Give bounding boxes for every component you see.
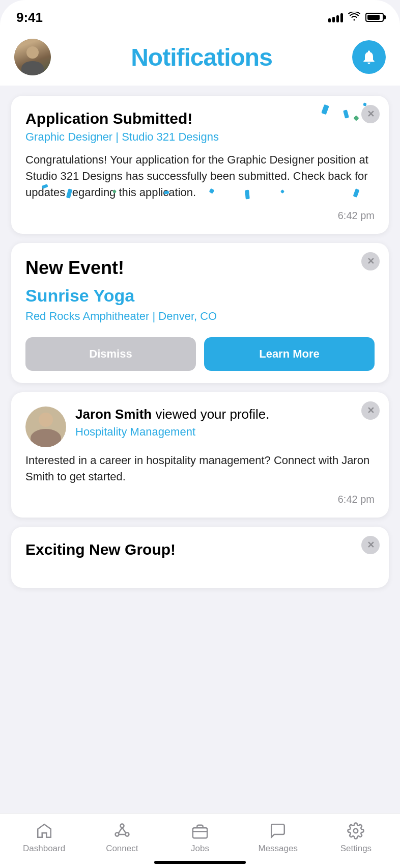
svg-point-2 — [125, 833, 129, 836]
notification-bell-button[interactable] — [352, 40, 386, 74]
status-bar: 9:41 — [0, 0, 400, 31]
learn-more-button[interactable]: Learn More — [204, 337, 375, 371]
status-time: 9:41 — [16, 10, 43, 25]
person-avatar — [25, 406, 66, 447]
bottom-navigation: Dashboard Connect — [0, 813, 400, 868]
exciting-group-card: ✕ Exciting New Group! — [11, 527, 389, 588]
exciting-group-title: Exciting New Group! — [25, 541, 375, 558]
viewer-action: viewed your profile. — [152, 406, 269, 422]
nav-connect[interactable]: Connect — [83, 821, 161, 854]
nav-messages-label: Messages — [258, 844, 297, 854]
nav-jobs-label: Jobs — [191, 844, 209, 854]
signal-icon — [328, 12, 343, 22]
svg-point-1 — [115, 833, 119, 836]
card-body: Congratulations! Your application for th… — [25, 152, 375, 201]
nav-settings[interactable]: Settings — [317, 821, 395, 854]
nav-jobs[interactable]: Jobs — [161, 821, 239, 854]
profile-card-text: Jaron Smith viewed your profile. Hospita… — [75, 406, 375, 439]
close-button-new-event[interactable]: ✕ — [361, 252, 380, 270]
avatar — [14, 39, 51, 75]
svg-line-4 — [122, 828, 126, 833]
close-button-app-submitted[interactable]: ✕ — [361, 105, 380, 123]
jobs-icon — [190, 821, 210, 841]
card-subtitle[interactable]: Graphic Designer | Studio 321 Designs — [25, 130, 375, 144]
header: Notifications — [0, 31, 400, 86]
battery-icon — [365, 13, 384, 22]
connect-icon — [112, 821, 132, 841]
event-actions: Dismiss Learn More — [25, 337, 375, 371]
profile-body: Interested in a career in hospitality ma… — [25, 452, 375, 485]
profile-timestamp: 6:42 pm — [25, 494, 375, 505]
event-card-title: New Event! — [25, 257, 375, 279]
home-icon — [34, 821, 54, 841]
status-icons — [328, 12, 384, 23]
close-button-profile-view[interactable]: ✕ — [361, 401, 380, 420]
application-submitted-card: ✕ Application Submitted! Graphic Designe… — [11, 96, 389, 234]
wifi-icon — [348, 12, 360, 23]
svg-rect-6 — [193, 828, 207, 838]
nav-dashboard[interactable]: Dashboard — [5, 821, 83, 854]
messages-icon — [268, 821, 288, 841]
home-indicator — [154, 861, 246, 864]
nav-settings-label: Settings — [340, 844, 372, 854]
profile-category[interactable]: Hospitality Management — [75, 425, 349, 439]
profile-card-header: Jaron Smith viewed your profile. Hospita… — [25, 406, 375, 447]
nav-dashboard-label: Dashboard — [23, 844, 65, 854]
page-title: Notifications — [131, 43, 272, 71]
new-event-card: ✕ New Event! Sunrise Yoga Red Rocks Amph… — [11, 243, 389, 383]
card-title: Application Submitted! — [25, 110, 375, 127]
notifications-content: ✕ Application Submitted! Graphic Designe… — [0, 86, 400, 598]
svg-point-8 — [354, 829, 358, 833]
nav-connect-label: Connect — [106, 844, 138, 854]
settings-icon — [346, 821, 366, 841]
dismiss-button[interactable]: Dismiss — [25, 337, 196, 371]
nav-messages[interactable]: Messages — [239, 821, 317, 854]
card-timestamp: 6:42 pm — [25, 210, 375, 222]
event-location: Red Rocks Amphitheater | Denver, CO — [25, 310, 375, 323]
close-button-exciting-group[interactable]: ✕ — [361, 536, 380, 554]
svg-line-3 — [119, 828, 122, 833]
event-name[interactable]: Sunrise Yoga — [25, 286, 375, 306]
svg-point-0 — [120, 824, 124, 828]
bell-icon — [361, 49, 377, 65]
viewer-name: Jaron Smith — [75, 406, 152, 422]
profile-view-card: ✕ Jaron Smith viewed your profile. Hospi… — [11, 392, 389, 518]
